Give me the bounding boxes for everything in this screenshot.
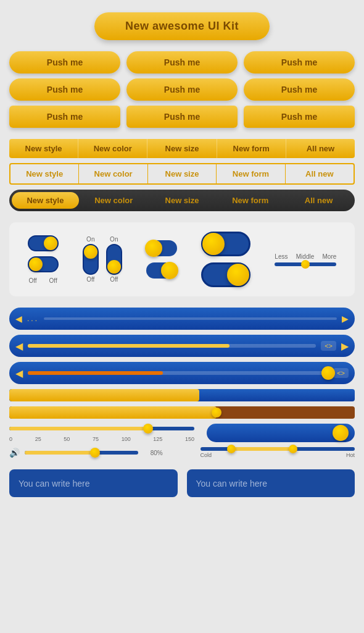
hot-cold-track[interactable] bbox=[207, 424, 355, 442]
range-label-150: 150 bbox=[185, 436, 194, 442]
push-button-1-3[interactable]: Push me bbox=[244, 51, 355, 73]
hot-label: Hot bbox=[346, 452, 355, 458]
progress-bar-1: ◀ <> ▶ bbox=[9, 335, 355, 357]
round-toggle-container bbox=[146, 240, 177, 279]
range-thumb bbox=[143, 424, 153, 434]
orange-thumb bbox=[321, 366, 335, 380]
tab-2-allnew[interactable]: All new bbox=[286, 164, 354, 183]
tab-section: New style New color New size New form Al… bbox=[9, 139, 355, 211]
tab-2-size[interactable]: New size bbox=[148, 164, 217, 183]
round-toggle-right[interactable] bbox=[146, 262, 177, 279]
v-toggle-on-label2: On bbox=[110, 236, 118, 243]
tab-1-form[interactable]: New form bbox=[217, 139, 286, 158]
orange-code-indicator: <> bbox=[333, 368, 349, 378]
orange-track[interactable] bbox=[28, 371, 328, 375]
tab-2-form[interactable]: New form bbox=[217, 164, 285, 183]
second-range-container: Cold Hot bbox=[201, 447, 355, 458]
tab-bar-dark: New style New color New size New form Al… bbox=[9, 190, 355, 211]
toggle-off[interactable] bbox=[28, 256, 59, 272]
range-fill bbox=[9, 427, 148, 430]
v-toggle-on-thumb bbox=[84, 245, 97, 259]
v-toggle-on-switch[interactable] bbox=[83, 244, 99, 275]
toggle-on-label: Off bbox=[28, 277, 36, 284]
range-track-container bbox=[9, 424, 194, 434]
big-toggle-left[interactable] bbox=[201, 232, 250, 256]
v-toggle-off-switch[interactable] bbox=[106, 244, 122, 275]
brown-slider-thumb bbox=[212, 408, 221, 417]
tab-3-style[interactable]: New style bbox=[12, 192, 79, 209]
range-label-25: 25 bbox=[35, 436, 41, 442]
text-input-1[interactable]: You can write here bbox=[9, 469, 178, 497]
text-input-2[interactable]: You can write here bbox=[187, 469, 355, 497]
sliders-section: ◀ ... ▶ ◀ <> ▶ ◀ <> bbox=[9, 308, 355, 458]
range-labels: 0 25 50 75 100 125 150 bbox=[9, 436, 194, 442]
tab-1-size[interactable]: New size bbox=[147, 139, 217, 158]
big-thumb-right bbox=[227, 264, 249, 286]
round-toggle-left[interactable] bbox=[146, 240, 177, 256]
middle-label: Middle bbox=[296, 253, 314, 260]
tab-bar-outlined: New style New color New size New form Al… bbox=[9, 163, 355, 185]
push-button-2-3[interactable]: Push me bbox=[244, 78, 355, 101]
volume-row: 🔊 80% Cold Hot bbox=[9, 447, 355, 458]
player-next-button[interactable]: ▶ bbox=[342, 314, 349, 324]
text-input-2-placeholder: You can write here bbox=[196, 479, 267, 488]
prog-track-1[interactable] bbox=[28, 344, 316, 348]
toggle-off-thumb bbox=[29, 258, 43, 271]
vertical-toggle-2: On Off bbox=[106, 236, 122, 283]
hot-cold-group bbox=[207, 424, 355, 442]
vol-track[interactable] bbox=[25, 451, 138, 455]
prog-left-arrow[interactable]: ◀ bbox=[15, 340, 23, 352]
second-range-thumb-right bbox=[289, 445, 297, 453]
second-range-fill bbox=[231, 447, 293, 451]
tab-2-color[interactable]: New color bbox=[79, 164, 147, 183]
less-label: Less bbox=[275, 253, 287, 260]
tab-3-color[interactable]: New color bbox=[80, 192, 147, 209]
range-group-1: 0 25 50 75 100 125 150 bbox=[9, 424, 194, 442]
big-toggle-right[interactable] bbox=[201, 262, 250, 287]
round-thumb-right bbox=[161, 262, 178, 279]
push-button-3-2[interactable]: Push me bbox=[126, 106, 238, 128]
player-track[interactable] bbox=[44, 317, 337, 320]
volume-icon: 🔊 bbox=[9, 448, 20, 458]
three-way-slider: Less Middle More bbox=[275, 253, 336, 266]
v-toggle-off-thumb bbox=[107, 260, 121, 274]
big-toggle-container bbox=[201, 232, 250, 287]
three-track[interactable] bbox=[275, 262, 336, 266]
vol-thumb bbox=[90, 448, 100, 458]
orange-left-arrow[interactable]: ◀ bbox=[15, 367, 23, 379]
second-range-track[interactable] bbox=[201, 447, 355, 451]
tab-1-color[interactable]: New color bbox=[78, 139, 147, 158]
button-row-3: Push me Push me Push me bbox=[9, 106, 355, 128]
three-thumb bbox=[301, 260, 310, 269]
volume-label-container: 80% bbox=[151, 450, 163, 456]
tab-bar-solid: New style New color New size New form Al… bbox=[9, 139, 355, 158]
push-button-3-3[interactable]: Push me bbox=[244, 106, 355, 128]
tab-3-size[interactable]: New size bbox=[149, 192, 216, 209]
toggle-on[interactable] bbox=[28, 235, 59, 251]
player-prev-button[interactable]: ◀ bbox=[15, 314, 22, 324]
push-button-3-1[interactable]: Push me bbox=[9, 106, 120, 128]
volume-percent-label: 80% bbox=[151, 450, 163, 456]
push-button-1-1[interactable]: Push me bbox=[9, 51, 120, 73]
title-button[interactable]: New awesome UI Kit bbox=[94, 12, 270, 40]
range-label-75: 75 bbox=[93, 436, 99, 442]
player-dots: ... bbox=[27, 314, 39, 323]
big-thumb-left bbox=[202, 233, 225, 255]
prog-right-arrow[interactable]: ▶ bbox=[341, 340, 349, 352]
simple-progress-blue bbox=[9, 389, 355, 401]
push-button-2-2[interactable]: Push me bbox=[126, 78, 238, 101]
toggle-on-thumb bbox=[44, 237, 57, 250]
button-row-1: Push me Push me Push me bbox=[9, 51, 355, 73]
push-button-1-2[interactable]: Push me bbox=[126, 51, 238, 73]
tab-2-style[interactable]: New style bbox=[10, 164, 79, 183]
push-button-2-1[interactable]: Push me bbox=[9, 78, 120, 101]
tab-3-form[interactable]: New form bbox=[217, 192, 284, 209]
tab-1-allnew[interactable]: All new bbox=[286, 139, 355, 158]
v-toggle-off-label1: Off bbox=[86, 276, 94, 283]
range-label-50: 50 bbox=[64, 436, 70, 442]
range-label-125: 125 bbox=[153, 436, 162, 442]
hot-cold-thumb bbox=[333, 425, 349, 441]
text-input-1-placeholder: You can write here bbox=[19, 479, 89, 488]
tab-1-style[interactable]: New style bbox=[9, 139, 78, 158]
tab-3-allnew[interactable]: All new bbox=[285, 192, 352, 209]
